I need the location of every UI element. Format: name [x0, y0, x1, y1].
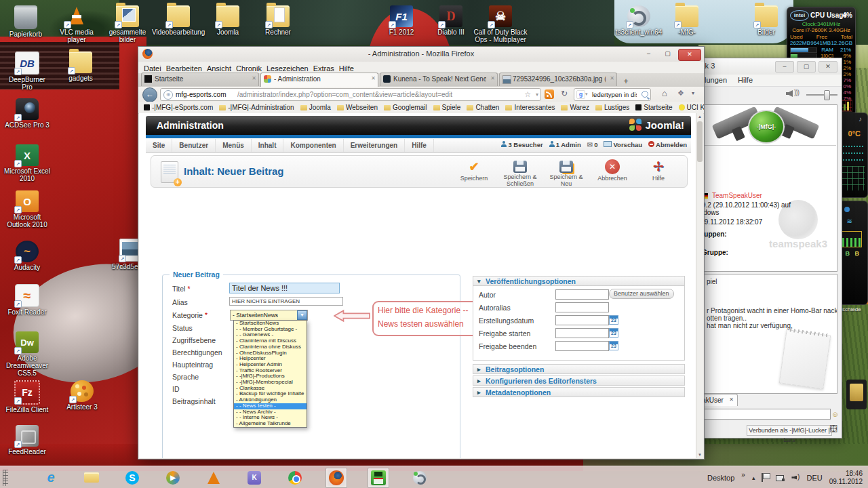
desktop-icon[interactable]: F1 F1 2012: [380, 5, 423, 36]
field-input[interactable]: [555, 289, 609, 300]
joomla-menu-item[interactable]: Inhalt: [252, 139, 284, 152]
toolbar-button[interactable]: Speichern & Neu: [543, 158, 589, 187]
field-input[interactable]: [555, 302, 609, 312]
field-input[interactable]: [555, 315, 609, 325]
bookmark-star-icon[interactable]: ☆: [524, 89, 531, 100]
titel-input[interactable]: [229, 283, 340, 293]
logout-link[interactable]: Abmelden: [648, 141, 687, 148]
clock[interactable]: 18:46 09.11.2012: [829, 470, 863, 486]
calendar-icon[interactable]: 23: [609, 341, 618, 350]
browser-tab[interactable]: Startseite: [141, 73, 259, 86]
bookmark-item[interactable]: -|MFG|-eSports.com: [144, 104, 213, 111]
tray-expand-icon[interactable]: ▴: [752, 474, 755, 481]
bookmark-item[interactable]: Webseiten: [337, 104, 378, 111]
firefox-menu-item[interactable]: Datei: [144, 64, 161, 73]
calendar-icon[interactable]: 23: [609, 328, 618, 338]
bookmark-item[interactable]: Joomla: [300, 104, 331, 111]
search-engine-dropdown-icon[interactable]: ▾: [585, 92, 588, 97]
kategorie-option[interactable]: - - Gamenews -: [234, 332, 307, 338]
bookmark-item[interactable]: Chatten: [467, 104, 499, 111]
desktop-icon[interactable]: O Microsoft Outlook 2010: [3, 190, 51, 228]
volume-slider-handle[interactable]: [824, 90, 830, 100]
tab-close-icon[interactable]: [371, 75, 376, 81]
desktop-icon[interactable]: Fz FileZilla Client: [3, 380, 51, 413]
desktop-icon[interactable]: gadgets: [57, 52, 104, 82]
browser-scrollbar[interactable]: ▲ ▼: [696, 113, 703, 458]
nickname-value[interactable]: TeamSpeakUser: [712, 192, 762, 199]
addon-button[interactable]: ❖: [677, 89, 684, 98]
desktop-icon[interactable]: Artisteer 3: [58, 380, 106, 411]
visitors-status[interactable]: 3 Besucher: [501, 141, 542, 148]
bookmark-item[interactable]: Lustiges: [595, 104, 629, 111]
firefox-menu-item[interactable]: Lesezeichen: [267, 64, 309, 73]
desktop-icon[interactable]: X Microsoft Excel 2010: [3, 144, 51, 182]
scroll-up-icon[interactable]: ▲: [697, 115, 703, 119]
kategorie-option[interactable]: - Allgemeine Talkrunde: [234, 421, 307, 427]
bookmark-item[interactable]: -|MFG|-Administration: [219, 104, 294, 111]
search-magnifier-icon[interactable]: [642, 91, 648, 98]
firefox-menu-item[interactable]: Hilfe: [339, 64, 354, 73]
desktop-icon[interactable]: Joomla: [205, 5, 250, 36]
taskbar-icon[interactable]: [81, 468, 102, 487]
joomla-menu-item[interactable]: Site: [146, 139, 172, 152]
reload-button[interactable]: ↻: [559, 88, 570, 99]
bookmark-item[interactable]: Startseite: [635, 104, 672, 111]
desktop-icon[interactable]: DB DeepBurner Pro: [3, 52, 51, 91]
kategorie-option[interactable]: - Clankasse: [234, 386, 307, 392]
alias-input[interactable]: [229, 297, 343, 306]
browser-tab[interactable]: - Administration: [260, 73, 378, 87]
firefox-titlebar[interactable]: - Administration - Mozilla Firefox – ▢ ✕: [138, 47, 704, 62]
taskbar-icon[interactable]: K: [244, 468, 264, 487]
kategorie-option[interactable]: - Claninterna ohne Diskuss: [234, 344, 307, 350]
new-tab-button[interactable]: +: [620, 76, 632, 87]
navbar-overflow-icon[interactable]: ▾: [692, 90, 694, 96]
tab-close-icon[interactable]: [252, 75, 256, 81]
taskbar-icon[interactable]: e: [41, 468, 61, 487]
ts-maximize-button[interactable]: ▢: [797, 61, 816, 73]
bookmark-item[interactable]: UCI KINOWELT: [679, 104, 705, 111]
desktop-icon[interactable]: ts3client_win64: [614, 5, 663, 36]
kategorie-option[interactable]: - - News Archiv -: [234, 409, 307, 415]
search-bar[interactable]: g ▾: [574, 88, 651, 101]
messages-status[interactable]: ✉0: [587, 141, 598, 148]
field-input[interactable]: [555, 328, 609, 338]
toolbar-chevron-icon[interactable]: »: [741, 471, 745, 479]
desktop-icon[interactable]: ≈ Foxit Reader: [3, 284, 51, 316]
kategorie-dropdown-icon[interactable]: ▼: [297, 310, 307, 320]
kategorie-option[interactable]: - - Member Geburtstage -: [234, 327, 307, 333]
benutzer-auswaehlen-button[interactable]: Benutzer auswählen: [609, 289, 674, 299]
toolbar-button[interactable]: Abbrechen: [589, 158, 635, 187]
search-input[interactable]: [591, 89, 638, 100]
smiley-button[interactable]: ☺: [831, 410, 840, 419]
kategorie-option[interactable]: - Traffic Rootserver: [234, 368, 307, 374]
desktop-icon[interactable]: gesammelte bilder: [101, 5, 154, 43]
taskbar-grip[interactable]: [3, 470, 8, 486]
taskbar-icon[interactable]: [326, 468, 347, 488]
taskbar-icon[interactable]: S: [122, 468, 142, 487]
desktop-icon[interactable]: Papierkorb: [4, 5, 47, 38]
bookmark-item[interactable]: Interessantes: [505, 104, 555, 111]
ts-minimize-button[interactable]: –: [775, 61, 794, 73]
google-search-icon[interactable]: g: [576, 90, 585, 99]
collapsed-panel-header[interactable]: Beitragsoptionen: [473, 364, 685, 374]
taskbar-icon[interactable]: ▶: [163, 468, 183, 487]
toolbar-button[interactable]: Speichern & Schließen: [497, 158, 543, 187]
publish-options-header[interactable]: Veröffentlichungsoptionen: [473, 276, 685, 286]
firefox-menu-item[interactable]: Ansicht: [207, 64, 231, 73]
kategorie-option[interactable]: - -|MfG|-Productions: [234, 373, 307, 380]
browser-tab[interactable]: Kunena - To Speak! Next Generation ...: [380, 73, 498, 86]
collapsed-panel-header[interactable]: Konfigurieren des Editorfensters: [473, 375, 685, 386]
kategorie-option[interactable]: - -|MfG|-Memberspecial: [234, 380, 307, 386]
taskbar-icon[interactable]: [368, 468, 389, 488]
site-identity-icon[interactable]: ⊕: [163, 90, 173, 100]
url-dropdown-icon[interactable]: ▾: [536, 89, 538, 100]
kategorie-option[interactable]: - Helpcenter Admin: [234, 362, 307, 368]
kategorie-option[interactable]: - OhneDiskussPlugin: [234, 350, 307, 357]
chat-tab-close-icon[interactable]: ✕: [729, 396, 734, 403]
ff-maximize-button[interactable]: ▢: [659, 49, 676, 60]
back-button[interactable]: ←: [142, 87, 157, 102]
ts-close-button[interactable]: ✕: [818, 61, 837, 73]
volume-tray-icon[interactable]: [791, 474, 800, 482]
network-tray-icon[interactable]: [776, 474, 785, 481]
desktop-icon[interactable]: VLC media player: [50, 5, 103, 43]
